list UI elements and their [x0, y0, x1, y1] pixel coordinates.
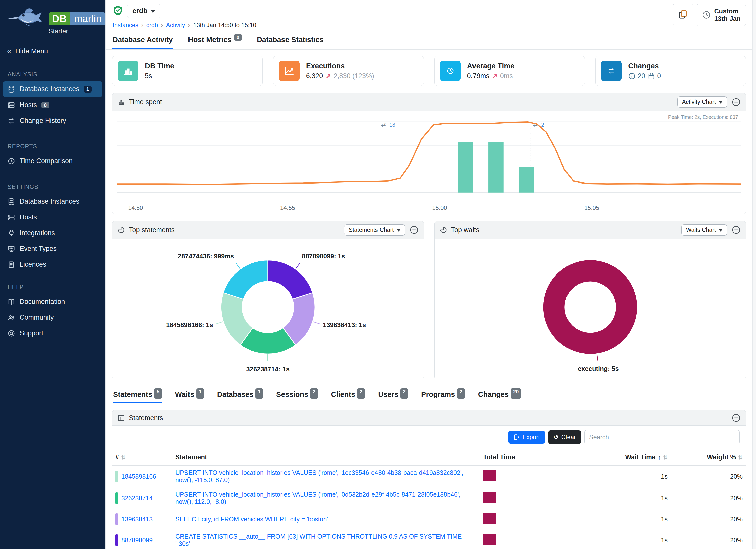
kpi-value: 0.79ms↗0ms — [467, 72, 515, 80]
count-badge: 0 — [234, 34, 242, 41]
marlin-logo-icon — [5, 6, 47, 31]
breadcrumb-instances[interactable]: Instances — [113, 22, 138, 29]
chevron-down-icon — [151, 10, 155, 13]
waits-donut-chart[interactable]: executing: 5s — [437, 240, 743, 378]
statement-id-link[interactable]: 1845898166 — [121, 473, 156, 480]
detail-tab-changes[interactable]: Changes20 — [478, 390, 521, 403]
breadcrumb-activity[interactable]: Activity — [166, 22, 185, 29]
sidebar-section-label: HELP — [0, 278, 105, 294]
pie-chart-icon — [440, 226, 447, 234]
tab-host-metrics[interactable]: Host Metrics0 — [187, 32, 242, 49]
activity-chart[interactable]: ⇄18⇄214:5014:5515:0015:05 — [117, 112, 741, 213]
sidebar-item-database-instances[interactable]: Database Instances1 — [3, 81, 102, 97]
statements-panel: Statements Export — [112, 410, 746, 549]
wait-time-value: 1s — [555, 487, 671, 509]
sidebar-item-documentation[interactable]: Documentation — [3, 294, 102, 309]
table-row: 887898099CREATE STATISTICS __auto__ FROM… — [112, 529, 746, 549]
trend-up-icon: ↗ — [492, 72, 498, 80]
detail-tab-sessions[interactable]: Sessions2 — [276, 390, 318, 403]
search-input[interactable] — [584, 430, 740, 444]
collapse-panel-button[interactable] — [732, 413, 741, 422]
app: DB marlin Starter « Hide Menu ANALYSISDa… — [0, 0, 756, 549]
statement-id-link[interactable]: 139638413 — [121, 516, 153, 523]
book-icon — [8, 298, 15, 306]
table-row: 326238714UPSERT INTO vehicle_location_hi… — [112, 487, 746, 509]
tab-database-activity[interactable]: Database Activity — [112, 32, 173, 49]
sidebar-item-support[interactable]: Support — [3, 326, 102, 341]
calendar-icon — [648, 72, 655, 80]
sidebar-item-licences[interactable]: Licences — [3, 257, 102, 272]
svg-text:2: 2 — [541, 122, 544, 128]
bar-chart-icon — [118, 61, 138, 81]
sidebar-item-change-history[interactable]: Change History — [3, 113, 102, 128]
hide-menu-button[interactable]: « Hide Menu — [0, 42, 105, 60]
sidebar-item-database-instances[interactable]: Database Instances — [3, 194, 102, 209]
waits-chart-select[interactable]: Waits Chart — [681, 224, 727, 236]
sidebar-section-reports: REPORTSTime Comparison — [0, 136, 105, 173]
detail-tab-statements[interactable]: Statements5 — [113, 390, 162, 403]
instance-selector[interactable]: crdb — [127, 4, 160, 18]
statements-chart-select[interactable]: Statements Chart — [344, 224, 405, 236]
detail-tab-clients[interactable]: Clients2 — [331, 390, 365, 403]
sort-icon: ⇅ — [738, 454, 743, 461]
sidebar-item-event-types[interactable]: Event Types — [3, 241, 102, 256]
statement-id-link[interactable]: 326238714 — [121, 495, 153, 502]
statements-table: #⇅StatementTotal TimeWait Time↑⇅Weight %… — [112, 449, 746, 549]
activity-chart-select[interactable]: Activity Chart — [677, 96, 727, 108]
main-area: crdb Instances›crdb›Activity›13th Jan 14… — [105, 0, 752, 549]
top-waits-panel: Top waits Waits Chart executin — [434, 221, 746, 380]
collapse-panel-button[interactable] — [732, 98, 741, 107]
column-header-wait-time[interactable]: Wait Time↑⇅ — [555, 449, 671, 465]
clear-button[interactable]: ↺ Clear — [548, 430, 581, 444]
shield-check-icon — [112, 5, 124, 17]
copy-link-button[interactable] — [673, 4, 693, 25]
sidebar-item-community[interactable]: Community — [3, 310, 102, 325]
tab-database-statistics[interactable]: Database Statistics — [256, 32, 324, 49]
content: DB Time5sExecutions6,320↗2,830 (123%)Ave… — [106, 50, 752, 549]
svg-text:executing: 5s: executing: 5s — [578, 365, 619, 372]
column-header-weight-[interactable]: Weight %⇅ — [671, 449, 746, 465]
breadcrumb-crdb[interactable]: crdb — [146, 22, 158, 29]
chevron-down-icon — [719, 229, 722, 232]
server-icon — [8, 101, 15, 109]
sidebar-item-hosts[interactable]: Hosts0 — [3, 97, 102, 113]
info-circle-icon — [628, 72, 636, 80]
people-icon — [8, 314, 15, 321]
statement-link[interactable]: UPSERT INTO vehicle_location_histories V… — [175, 469, 463, 483]
panel-title: Time spent — [129, 98, 162, 106]
time-range-button[interactable]: Custom 13th Jan — [697, 4, 746, 26]
statement-link[interactable]: SELECT city, id FROM vehicles WHERE city… — [175, 516, 328, 523]
column-header-total-time[interactable]: Total Time — [480, 449, 555, 465]
statements-donut-chart[interactable]: 887898099: 1s139638413: 1s326238714: 1s1… — [115, 240, 421, 378]
sidebar-item-time-comparison[interactable]: Time Comparison — [3, 153, 102, 169]
panel-title: Top statements — [129, 226, 175, 234]
sidebar-section-label: ANALYSIS — [0, 66, 105, 81]
scrollbar[interactable] — [752, 0, 756, 549]
sidebar-item-integrations[interactable]: Integrations — [3, 225, 102, 241]
column-header-statement[interactable]: Statement — [172, 449, 480, 465]
logo: DB marlin Starter — [0, 0, 105, 39]
sidebar-item-hosts[interactable]: Hosts — [3, 210, 102, 225]
export-icon — [513, 434, 520, 440]
statement-id-link[interactable]: 887898099 — [121, 537, 153, 544]
count-badge: 20 — [511, 388, 521, 399]
kpi-value: 5s — [145, 72, 174, 80]
detail-tab-waits[interactable]: Waits1 — [175, 390, 204, 403]
detail-tab-databases[interactable]: Databases1 — [217, 390, 263, 403]
export-button[interactable]: Export — [508, 431, 545, 444]
top-bar: crdb Instances›crdb›Activity›13th Jan 14… — [106, 0, 752, 31]
column-header--[interactable]: #⇅ — [112, 449, 172, 465]
collapse-panel-button[interactable] — [732, 225, 741, 234]
weight-value: 20% — [671, 509, 746, 529]
detail-tab-users[interactable]: Users2 — [378, 390, 408, 403]
plug-icon — [8, 229, 15, 237]
undo-icon: ↺ — [553, 433, 559, 441]
statement-link[interactable]: CREATE STATISTICS __auto__ FROM [63] WIT… — [175, 533, 462, 547]
kpi-title: Average Time — [467, 62, 515, 70]
collapse-panel-button[interactable] — [410, 225, 419, 234]
trend-up-icon: ↗ — [325, 72, 331, 80]
total-time-bar — [483, 513, 496, 524]
detail-tab-programs[interactable]: Programs2 — [421, 390, 465, 403]
statement-link[interactable]: UPSERT INTO vehicle_location_histories V… — [175, 491, 460, 505]
statement-color-bar — [115, 492, 118, 504]
